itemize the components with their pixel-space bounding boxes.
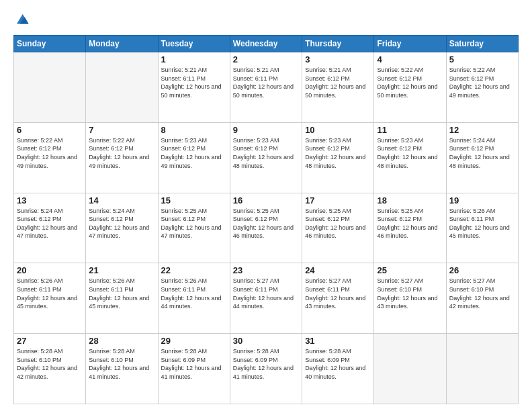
- day-number: 11: [377, 125, 443, 135]
- day-number: 4: [377, 54, 443, 64]
- calendar-cell: 28Sunrise: 5:28 AMSunset: 6:10 PMDayligh…: [86, 334, 158, 404]
- day-detail: Sunrise: 5:27 AMSunset: 6:10 PMDaylight:…: [449, 277, 515, 310]
- calendar-cell: 5Sunrise: 5:22 AMSunset: 6:12 PMDaylight…: [446, 52, 518, 123]
- day-number: 3: [305, 54, 371, 64]
- day-detail: Sunrise: 5:23 AMSunset: 6:12 PMDaylight:…: [377, 136, 443, 170]
- calendar-cell: 9Sunrise: 5:23 AMSunset: 6:12 PMDaylight…: [230, 122, 302, 193]
- calendar-cell: 4Sunrise: 5:22 AMSunset: 6:12 PMDaylight…: [374, 52, 446, 123]
- day-number: 17: [305, 195, 371, 205]
- day-number: 29: [161, 336, 227, 346]
- calendar-cell: 18Sunrise: 5:25 AMSunset: 6:12 PMDayligh…: [374, 193, 446, 263]
- calendar: SundayMondayTuesdayWednesdayThursdayFrid…: [13, 35, 519, 404]
- day-detail: Sunrise: 5:28 AMSunset: 6:09 PMDaylight:…: [161, 347, 227, 381]
- day-detail: Sunrise: 5:28 AMSunset: 6:09 PMDaylight:…: [305, 347, 371, 381]
- calendar-cell: [374, 334, 446, 404]
- day-number: 12: [449, 125, 515, 135]
- calendar-cell: 26Sunrise: 5:27 AMSunset: 6:10 PMDayligh…: [446, 263, 518, 334]
- day-detail: Sunrise: 5:24 AMSunset: 6:12 PMDaylight:…: [89, 207, 154, 240]
- calendar-cell: 1Sunrise: 5:21 AMSunset: 6:11 PMDaylight…: [158, 52, 230, 123]
- day-number: 16: [233, 195, 299, 205]
- calendar-cell: 3Sunrise: 5:21 AMSunset: 6:12 PMDaylight…: [302, 52, 374, 123]
- logo-icon: [15, 12, 30, 27]
- day-number: 9: [233, 125, 299, 135]
- day-number: 25: [377, 265, 443, 275]
- day-detail: Sunrise: 5:22 AMSunset: 6:12 PMDaylight:…: [17, 136, 83, 170]
- day-of-week-wednesday: Wednesday: [230, 36, 302, 52]
- calendar-week-row: 13Sunrise: 5:24 AMSunset: 6:12 PMDayligh…: [14, 193, 519, 263]
- calendar-cell: 15Sunrise: 5:25 AMSunset: 6:12 PMDayligh…: [158, 193, 230, 263]
- day-number: 20: [17, 265, 83, 275]
- day-number: 24: [305, 265, 371, 275]
- calendar-cell: 17Sunrise: 5:25 AMSunset: 6:12 PMDayligh…: [302, 193, 374, 263]
- calendar-cell: 21Sunrise: 5:26 AMSunset: 6:11 PMDayligh…: [86, 263, 158, 334]
- day-detail: Sunrise: 5:26 AMSunset: 6:11 PMDaylight:…: [161, 277, 227, 310]
- header: [13, 12, 519, 28]
- day-detail: Sunrise: 5:27 AMSunset: 6:11 PMDaylight:…: [233, 277, 299, 310]
- day-detail: Sunrise: 5:24 AMSunset: 6:12 PMDaylight:…: [17, 207, 83, 240]
- calendar-cell: 11Sunrise: 5:23 AMSunset: 6:12 PMDayligh…: [374, 122, 446, 193]
- calendar-cell: 24Sunrise: 5:27 AMSunset: 6:11 PMDayligh…: [302, 263, 374, 334]
- day-number: 26: [449, 265, 515, 275]
- calendar-cell: [86, 52, 158, 123]
- day-of-week-saturday: Saturday: [446, 36, 518, 52]
- day-detail: Sunrise: 5:21 AMSunset: 6:11 PMDaylight:…: [233, 66, 299, 99]
- calendar-header-row: SundayMondayTuesdayWednesdayThursdayFrid…: [14, 36, 519, 52]
- day-number: 19: [449, 195, 515, 205]
- day-number: 8: [161, 125, 227, 135]
- calendar-cell: 14Sunrise: 5:24 AMSunset: 6:12 PMDayligh…: [86, 193, 158, 263]
- calendar-cell: 27Sunrise: 5:28 AMSunset: 6:10 PMDayligh…: [14, 334, 86, 404]
- day-number: 27: [17, 336, 83, 346]
- calendar-cell: 16Sunrise: 5:25 AMSunset: 6:12 PMDayligh…: [230, 193, 302, 263]
- calendar-cell: 25Sunrise: 5:27 AMSunset: 6:10 PMDayligh…: [374, 263, 446, 334]
- day-number: 22: [161, 265, 227, 275]
- day-of-week-tuesday: Tuesday: [158, 36, 230, 52]
- day-number: 5: [449, 54, 515, 64]
- day-detail: Sunrise: 5:23 AMSunset: 6:12 PMDaylight:…: [233, 136, 299, 170]
- calendar-week-row: 6Sunrise: 5:22 AMSunset: 6:12 PMDaylight…: [14, 122, 519, 193]
- day-number: 10: [305, 125, 371, 135]
- calendar-cell: 13Sunrise: 5:24 AMSunset: 6:12 PMDayligh…: [14, 193, 86, 263]
- calendar-cell: 8Sunrise: 5:23 AMSunset: 6:12 PMDaylight…: [158, 122, 230, 193]
- day-detail: Sunrise: 5:28 AMSunset: 6:10 PMDaylight:…: [17, 347, 83, 381]
- calendar-cell: [446, 334, 518, 404]
- calendar-week-row: 20Sunrise: 5:26 AMSunset: 6:11 PMDayligh…: [14, 263, 519, 334]
- day-detail: Sunrise: 5:28 AMSunset: 6:10 PMDaylight:…: [89, 347, 154, 381]
- page: SundayMondayTuesdayWednesdayThursdayFrid…: [0, 0, 532, 411]
- calendar-cell: 19Sunrise: 5:26 AMSunset: 6:11 PMDayligh…: [446, 193, 518, 263]
- day-number: 23: [233, 265, 299, 275]
- calendar-cell: 31Sunrise: 5:28 AMSunset: 6:09 PMDayligh…: [302, 334, 374, 404]
- calendar-cell: 23Sunrise: 5:27 AMSunset: 6:11 PMDayligh…: [230, 263, 302, 334]
- day-number: 31: [305, 336, 371, 346]
- day-number: 21: [89, 265, 154, 275]
- day-detail: Sunrise: 5:27 AMSunset: 6:10 PMDaylight:…: [377, 277, 443, 310]
- day-number: 30: [233, 336, 299, 346]
- calendar-cell: 20Sunrise: 5:26 AMSunset: 6:11 PMDayligh…: [14, 263, 86, 334]
- day-number: 2: [233, 54, 299, 64]
- day-number: 13: [17, 195, 83, 205]
- day-detail: Sunrise: 5:22 AMSunset: 6:12 PMDaylight:…: [377, 66, 443, 99]
- day-number: 15: [161, 195, 227, 205]
- day-detail: Sunrise: 5:22 AMSunset: 6:12 PMDaylight:…: [449, 66, 515, 99]
- day-detail: Sunrise: 5:26 AMSunset: 6:11 PMDaylight:…: [89, 277, 154, 310]
- day-detail: Sunrise: 5:26 AMSunset: 6:11 PMDaylight:…: [17, 277, 83, 310]
- day-detail: Sunrise: 5:25 AMSunset: 6:12 PMDaylight:…: [161, 207, 227, 240]
- day-of-week-monday: Monday: [86, 36, 158, 52]
- day-of-week-friday: Friday: [374, 36, 446, 52]
- day-detail: Sunrise: 5:27 AMSunset: 6:11 PMDaylight:…: [305, 277, 371, 310]
- day-detail: Sunrise: 5:21 AMSunset: 6:11 PMDaylight:…: [161, 66, 227, 99]
- day-detail: Sunrise: 5:22 AMSunset: 6:12 PMDaylight:…: [89, 136, 154, 170]
- calendar-cell: 12Sunrise: 5:24 AMSunset: 6:12 PMDayligh…: [446, 122, 518, 193]
- calendar-cell: 10Sunrise: 5:23 AMSunset: 6:12 PMDayligh…: [302, 122, 374, 193]
- calendar-cell: 6Sunrise: 5:22 AMSunset: 6:12 PMDaylight…: [14, 122, 86, 193]
- day-detail: Sunrise: 5:21 AMSunset: 6:12 PMDaylight:…: [305, 66, 371, 99]
- day-number: 1: [161, 54, 227, 64]
- day-of-week-thursday: Thursday: [302, 36, 374, 52]
- day-detail: Sunrise: 5:25 AMSunset: 6:12 PMDaylight:…: [305, 207, 371, 240]
- day-of-week-sunday: Sunday: [14, 36, 86, 52]
- day-detail: Sunrise: 5:28 AMSunset: 6:09 PMDaylight:…: [233, 347, 299, 381]
- day-number: 6: [17, 125, 83, 135]
- day-detail: Sunrise: 5:23 AMSunset: 6:12 PMDaylight:…: [305, 136, 371, 170]
- day-detail: Sunrise: 5:25 AMSunset: 6:12 PMDaylight:…: [377, 207, 443, 240]
- calendar-cell: 29Sunrise: 5:28 AMSunset: 6:09 PMDayligh…: [158, 334, 230, 404]
- day-number: 7: [89, 125, 154, 135]
